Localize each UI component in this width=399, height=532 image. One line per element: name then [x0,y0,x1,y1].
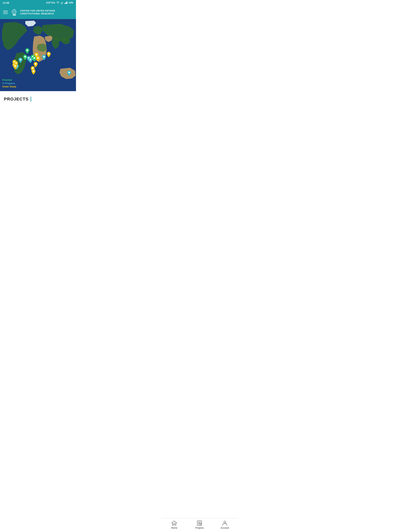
signal-strength-icon [64,1,67,4]
svg-point-27 [48,53,50,55]
svg-rect-0 [61,3,61,4]
map-legend: Finished In Progress Under Study [2,79,16,88]
legend-inprogress: In Progress [2,82,16,85]
svg-point-14 [24,56,26,57]
wifi-icon [56,1,59,4]
svg-point-26 [14,65,16,67]
projects-heading: PROJECTS [4,97,72,102]
app-header: CENTER FOR UNITED NATIONS CONSTITUTIONAL… [0,6,76,19]
map-pin-understudy-middle-east[interactable] [36,56,40,62]
svg-point-21 [68,72,70,73]
map-pin-understudy-india[interactable] [47,52,51,57]
svg-point-18 [43,56,45,57]
organization-name: CENTER FOR UNITED NATIONS CONSTITUTIONAL… [20,9,73,15]
projects-title-text: PROJECTS [4,97,29,102]
svg-point-11 [15,14,16,15]
map-pin-finished-europe[interactable] [25,48,29,54]
map-pin-inprogress-horn-africa[interactable] [42,55,46,60]
mobile-signal-icon: x [61,1,63,4]
status-icons: 5.07 K/s x 14% [46,1,73,4]
map-pin-inprogress-australia[interactable] [67,70,71,76]
svg-point-9 [13,14,14,15]
svg-rect-1 [61,2,62,4]
map-pin-inprogress-middle-africa[interactable] [28,58,32,63]
menu-button[interactable] [3,11,8,14]
network-speed: 5.07 K/s [46,1,55,4]
svg-point-32 [37,57,39,59]
logo-area: CENTER FOR UNITED NATIONS CONSTITUTIONAL… [11,7,73,17]
world-map: Finished In Progress Under Study [0,19,76,91]
status-bar: 11:35 5.07 K/s x 14% [0,0,76,6]
svg-point-20 [20,59,21,60]
legend-finished: Finished [2,79,16,81]
projects-section: PROJECTS [0,91,76,105]
time: 11:35 [3,1,9,4]
svg-point-29 [35,63,36,65]
svg-point-19 [30,59,31,60]
map-pin-inprogress-central-america[interactable] [19,58,22,63]
svg-text:x: x [63,1,63,3]
projects-title-accent [31,97,31,102]
map-pin-understudy-southern-africa2[interactable] [32,69,35,75]
battery-level: 14% [69,1,73,4]
organization-logo-icon [11,7,18,17]
svg-point-31 [33,70,34,72]
svg-point-30 [32,67,33,69]
svg-point-13 [26,50,28,51]
svg-point-28 [36,54,37,55]
legend-understudy: Under Study [2,85,16,88]
svg-point-10 [14,14,15,15]
map-pin-finished-west-africa[interactable] [23,55,27,60]
map-pin-understudy-sa4[interactable] [13,64,17,70]
